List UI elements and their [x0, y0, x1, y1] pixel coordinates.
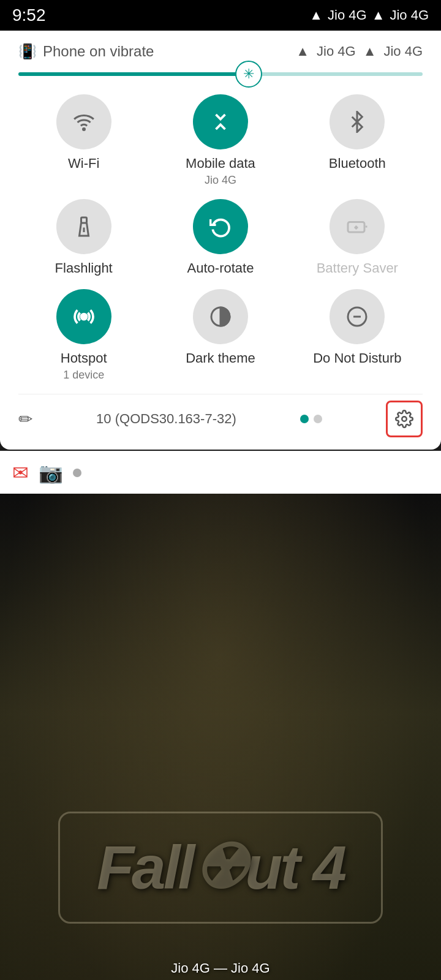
donotdisturb-circle [330, 289, 385, 344]
autorotate-label: Auto-rotate [187, 260, 254, 276]
mobiledata-sublabel: Jio 4G [205, 174, 236, 187]
qs-page-dots [300, 415, 322, 423]
qs-edit-icon[interactable]: ✏ [18, 409, 32, 429]
svg-point-7 [81, 314, 86, 319]
mobiledata-label: Mobile data [186, 156, 255, 172]
darktheme-label: Dark theme [186, 350, 255, 366]
qs-bottom-bar: ✏ 10 (QODS30.163-7-32) [18, 394, 423, 437]
tile-wifi[interactable]: Wi-Fi [18, 94, 149, 187]
tile-bluetooth[interactable]: Bluetooth [292, 94, 423, 187]
sig1-icon: ▲ [296, 43, 309, 59]
sig2-text: Jio 4G [383, 43, 423, 59]
settings-button[interactable] [386, 401, 423, 437]
flashlight-circle [56, 199, 111, 254]
hotspot-label: Hotspot [61, 350, 107, 366]
tile-hotspot[interactable]: Hotspot 1 device [18, 289, 149, 382]
sig1-text: Jio 4G [317, 43, 356, 59]
fallout-logo[interactable]: Fall☢ut 4 [58, 812, 383, 924]
tile-mobiledata[interactable]: Mobile data Jio 4G [155, 94, 285, 187]
donotdisturb-label: Do Not Disturb [313, 350, 401, 366]
wifi-label: Wi-Fi [68, 156, 99, 172]
wifi-circle [56, 94, 111, 149]
gmail-icon[interactable]: ✉ [12, 461, 29, 484]
vibrate-label: Phone on vibrate [43, 43, 154, 60]
signal-info: ▲ Jio 4G ▲ Jio 4G [296, 43, 423, 59]
signal1-label: Jio 4G [328, 7, 367, 23]
status-bar: 9:52 ▲ Jio 4G ▲ Jio 4G [0, 0, 441, 31]
vibrate-icon: 📳 [18, 43, 37, 60]
darktheme-circle [193, 289, 248, 344]
svg-point-11 [402, 417, 407, 421]
quick-settings-panel: 📳 Phone on vibrate ▲ Jio 4G ▲ Jio 4G ✳ [0, 31, 441, 450]
svg-point-0 [83, 129, 85, 130]
brightness-row: ✳ [18, 72, 423, 76]
qs-top-bar: 📳 Phone on vibrate ▲ Jio 4G ▲ Jio 4G [18, 43, 423, 60]
status-right: ▲ Jio 4G ▲ Jio 4G [309, 7, 429, 23]
brightness-thumb[interactable]: ✳ [235, 61, 262, 88]
brightness-sun-icon: ✳ [243, 66, 254, 82]
signal2-icon: ▲ [372, 7, 385, 23]
notif-dot [73, 469, 81, 477]
camera-icon[interactable]: 📷 [39, 461, 63, 484]
brightness-slider[interactable]: ✳ [18, 72, 423, 76]
bluetooth-circle [330, 94, 385, 149]
tile-donotdisturb[interactable]: Do Not Disturb [292, 289, 423, 382]
mobiledata-circle [193, 94, 248, 149]
dock-area: Jio 4G — Jio 4G [0, 960, 441, 980]
home-screen: Fall☢ut 4 Jio 4G — Jio 4G [0, 494, 441, 980]
notification-strip: ✉ 📷 [0, 451, 441, 494]
tile-flashlight[interactable]: Flashlight [18, 199, 149, 276]
tiles-grid: Wi-Fi Mobile data Jio 4G Bluetooth [18, 94, 423, 382]
hotspot-circle [56, 289, 111, 344]
batterysaver-circle [330, 199, 385, 254]
fallout-title: Fall☢ut 4 [97, 833, 344, 902]
hotspot-sublabel: 1 device [63, 369, 104, 382]
batterysaver-label: Battery Saver [317, 260, 398, 276]
sig2-icon: ▲ [363, 43, 377, 59]
vibrate-info: 📳 Phone on vibrate [18, 43, 154, 60]
dock-network-label: Jio 4G — Jio 4G [171, 960, 270, 976]
tile-darktheme[interactable]: Dark theme [155, 289, 285, 382]
autorotate-circle [193, 199, 248, 254]
flashlight-label: Flashlight [55, 260, 113, 276]
tile-autorotate[interactable]: Auto-rotate [155, 199, 285, 276]
qs-dot-2[interactable] [314, 415, 322, 423]
svg-rect-1 [81, 217, 86, 223]
status-time: 9:52 [12, 6, 46, 25]
signal2-label: Jio 4G [390, 7, 429, 23]
tile-batterysaver[interactable]: Battery Saver [292, 199, 423, 276]
signal1-icon: ▲ [309, 7, 323, 23]
bluetooth-label: Bluetooth [329, 156, 386, 172]
qs-version: 10 (QODS30.163-7-32) [96, 411, 236, 427]
qs-dot-1[interactable] [300, 415, 309, 423]
